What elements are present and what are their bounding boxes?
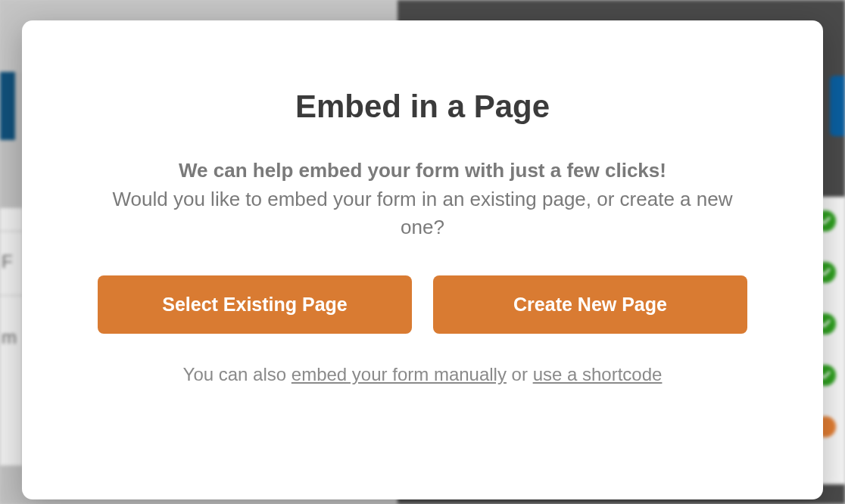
bg-text-fragment: m [2, 327, 17, 348]
footer-mid: or [507, 364, 533, 384]
bg-divider [0, 231, 23, 232]
embed-manually-link[interactable]: embed your form manually [292, 364, 507, 384]
modal-footer-text: You can also embed your form manually or… [98, 364, 747, 385]
bg-divider [0, 295, 23, 296]
create-new-page-button[interactable]: Create New Page [433, 275, 747, 334]
use-shortcode-link[interactable]: use a shortcode [533, 364, 663, 384]
bg-right-button [830, 76, 845, 136]
bg-text-fragment: F [2, 251, 13, 272]
modal-button-row: Select Existing Page Create New Page [98, 275, 747, 334]
modal-title: Embed in a Page [98, 89, 747, 125]
modal-sub-text: Would you like to embed your form in an … [98, 185, 747, 242]
modal-lead-text: We can help embed your form with just a … [98, 157, 747, 185]
footer-prefix: You can also [183, 364, 292, 384]
embed-modal: Embed in a Page We can help embed your f… [22, 20, 823, 499]
bg-left-bluebar [0, 72, 15, 140]
select-existing-page-button[interactable]: Select Existing Page [98, 275, 412, 334]
